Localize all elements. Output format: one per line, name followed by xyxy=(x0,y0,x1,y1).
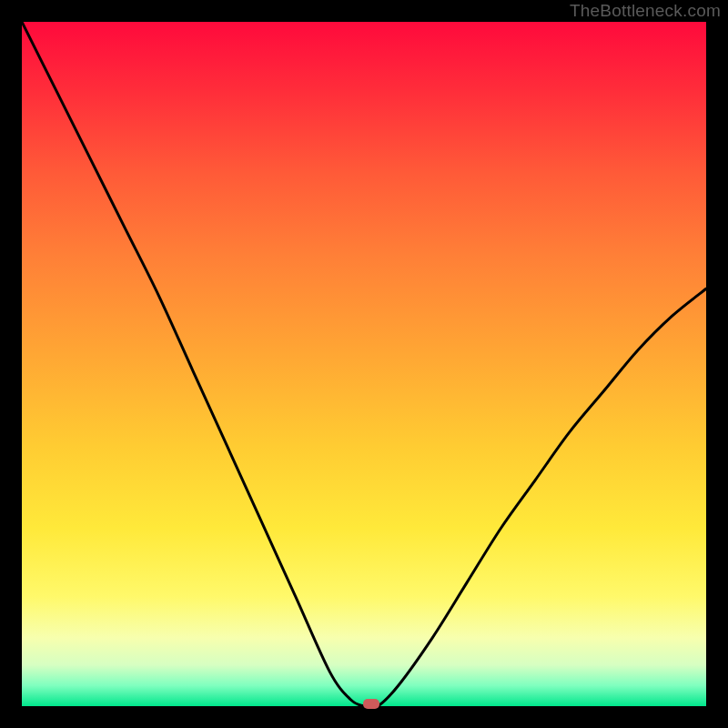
chart-frame: TheBottleneck.com xyxy=(0,0,728,728)
curve-layer xyxy=(22,22,706,706)
curve-path xyxy=(22,22,706,706)
minimum-marker xyxy=(363,699,379,709)
watermark-text: TheBottleneck.com xyxy=(570,1,721,21)
